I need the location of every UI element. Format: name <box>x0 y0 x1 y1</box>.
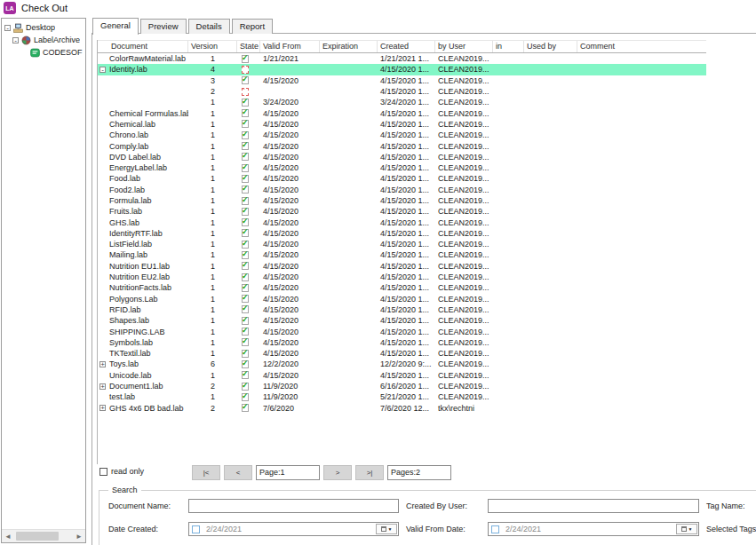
table-row[interactable]: Food.lab 1 4/15/2020 4/15/2020 1... CLEA… <box>98 173 706 184</box>
table-row[interactable]: Nutrition EU1.lab 1 4/15/2020 4/15/2020 … <box>98 261 706 272</box>
tree-item-desktop[interactable]: - Desktop <box>2 21 85 34</box>
state-approved-icon <box>242 142 249 150</box>
table-row[interactable]: Comply.lab 1 4/15/2020 4/15/2020 1... CL… <box>98 140 706 151</box>
column-header-valid-from[interactable]: Valid From <box>260 41 320 52</box>
read-only-checkbox[interactable] <box>99 468 107 476</box>
table-row[interactable]: + Document1.lab 2 11/9/2020 6/16/2020 1.… <box>98 381 706 391</box>
table-row[interactable]: Chemical.lab 1 4/15/2020 4/15/2020 1... … <box>98 119 706 130</box>
table-row[interactable]: Nutrition EU2.lab 1 4/15/2020 4/15/2020 … <box>98 272 706 282</box>
created-by-user-input[interactable] <box>488 499 699 513</box>
table-row[interactable]: ColorRawMaterial.lab 1 1/21/2021 1/21/20… <box>98 53 706 64</box>
column-header-state[interactable]: State <box>237 41 260 52</box>
table-row[interactable]: ListField.lab 1 4/15/2020 4/15/2020 1...… <box>98 239 706 249</box>
by-user-cell: CLEAN2019... <box>435 262 493 271</box>
table-row[interactable]: TKTextil.lab 1 4/15/2020 4/15/2020 1... … <box>98 348 706 359</box>
table-row[interactable]: 1 3/24/2020 3/24/2020 1... CLEAN2019... <box>98 97 706 107</box>
table-row[interactable]: Polygons.Lab 1 4/15/2020 4/15/2020 1... … <box>98 294 706 304</box>
state-approved-icon <box>242 164 249 172</box>
document-name: Chemical.lab <box>109 120 155 129</box>
table-row[interactable]: SHIPPING.LAB 1 4/15/2020 4/15/2020 1... … <box>98 326 706 336</box>
tree-item-labelarchive[interactable]: - LabelArchive <box>2 34 85 46</box>
by-user-cell: CLEAN2019... <box>435 359 493 368</box>
column-header-by-user[interactable]: by User <box>435 41 493 52</box>
table-row[interactable]: EnergyLabel.lab 1 4/15/2020 4/15/2020 1.… <box>98 162 706 173</box>
tree-horizontal-scrollbar[interactable]: ◄ ► <box>2 529 85 542</box>
table-row[interactable]: Chemical Formulas.lab 1 4/15/2020 4/15/2… <box>98 107 706 118</box>
document-name: TKTextil.lab <box>109 349 151 358</box>
codesoft-document-icon <box>30 48 40 58</box>
column-header-in[interactable]: in <box>493 41 524 52</box>
table-row[interactable]: Food2.lab 1 4/15/2020 4/15/2020 1... CLE… <box>98 185 706 195</box>
table-row[interactable]: Chrono.lab 1 4/15/2020 4/15/2020 1... CL… <box>98 130 706 140</box>
table-row[interactable]: Mailing.lab 1 4/15/2020 4/15/2020 1... C… <box>98 249 706 260</box>
page-number-field[interactable]: Page:1 <box>256 465 320 480</box>
state-cell <box>237 317 260 325</box>
valid-from-cell: 4/15/2020 <box>260 174 320 183</box>
tree-item-codesoft[interactable]: CODESOF <box>2 46 85 59</box>
expand-icon[interactable]: + <box>99 383 106 390</box>
date-created-checkbox[interactable] <box>192 525 200 533</box>
scroll-left-icon[interactable]: ◄ <box>2 533 14 541</box>
document-cell: - Identity.lab <box>98 65 188 74</box>
table-row[interactable]: IdentityRTF.lab 1 4/15/2020 4/15/2020 1.… <box>98 228 706 239</box>
state-approved-icon <box>242 295 249 303</box>
collapse-icon[interactable]: - <box>12 37 19 43</box>
table-row[interactable]: Symbols.lab 1 4/15/2020 4/15/2020 1... C… <box>98 337 706 348</box>
document-cell <box>98 89 188 95</box>
version-cell: 1 <box>188 229 237 238</box>
tab-details[interactable]: Details <box>188 19 230 34</box>
column-header-version[interactable]: Version <box>188 41 237 52</box>
document-cell <box>98 99 188 106</box>
table-row[interactable]: + GHS 4x6 DB bad.lab 2 7/6/2020 7/6/2020… <box>98 403 706 414</box>
column-header-expiration[interactable]: Expiration <box>320 41 378 52</box>
table-row[interactable]: NutritionFacts.lab 1 4/15/2020 4/15/2020… <box>98 282 706 293</box>
table-row[interactable]: 3 4/15/2020 4/15/2020 1... CLEAN2019... <box>98 75 706 86</box>
state-cell <box>237 142 260 150</box>
pages-total-field[interactable]: Pages:2 <box>387 465 451 480</box>
column-header-document[interactable]: Document <box>98 41 188 52</box>
table-row[interactable]: 2 4/15/2020 1... CLEAN2019... <box>98 86 706 97</box>
tab-report[interactable]: Report <box>232 19 274 34</box>
table-row[interactable]: Formula.lab 1 4/15/2020 4/15/2020 1... C… <box>98 195 706 206</box>
state-cell <box>237 164 260 172</box>
tab-general[interactable]: General <box>92 18 139 35</box>
valid-from-date-picker[interactable]: 2/24/2021 ▼ <box>488 522 699 536</box>
chevron-down-icon: ▼ <box>688 527 693 532</box>
table-row[interactable]: GHS.lab 1 4/15/2020 4/15/2020 1... CLEAN… <box>98 217 706 227</box>
valid-from-checkbox[interactable] <box>491 525 499 533</box>
table-row[interactable]: DVD Label.lab 1 4/15/2020 4/15/2020 1...… <box>98 152 706 162</box>
document-cell: Mailing.lab <box>98 250 188 259</box>
date-created-picker[interactable]: 2/24/2021 ▼ <box>188 522 399 536</box>
state-approved-icon <box>242 241 249 249</box>
valid-from-dropdown-button[interactable]: ▼ <box>676 524 697 534</box>
by-user-cell: CLEAN2019... <box>435 283 493 292</box>
column-header-used-by[interactable]: Used by <box>524 41 577 52</box>
valid-from-cell: 4/15/2020 <box>260 295 320 304</box>
tab-preview[interactable]: Preview <box>140 19 187 34</box>
next-page-button[interactable]: > <box>323 465 352 480</box>
expand-icon[interactable]: + <box>99 361 106 367</box>
collapse-icon[interactable]: - <box>99 67 106 73</box>
table-row[interactable]: - Identity.lab 4 4/15/2020 1... CLEAN201… <box>98 64 706 75</box>
last-page-button[interactable]: >| <box>355 465 384 480</box>
table-row[interactable]: Fruits.lab 1 4/15/2020 4/15/2020 1... CL… <box>98 206 706 217</box>
table-row[interactable]: + Toys.lab 6 12/2/2020 12/2/2020 9:... C… <box>98 359 706 369</box>
valid-from-cell: 4/15/2020 <box>260 262 320 271</box>
table-row[interactable]: Shapes.lab 1 4/15/2020 4/15/2020 1... CL… <box>98 315 706 326</box>
version-cell: 1 <box>188 153 237 162</box>
collapse-icon[interactable]: - <box>4 25 11 31</box>
table-row[interactable]: RFID.lab 1 4/15/2020 4/15/2020 1... CLEA… <box>98 304 706 315</box>
scrollbar-thumb[interactable] <box>16 532 59 541</box>
column-header-created[interactable]: Created <box>378 41 435 52</box>
scroll-right-icon[interactable]: ► <box>73 533 85 541</box>
state-draft-icon <box>242 66 249 74</box>
table-row[interactable]: test.lab 1 11/9/2020 5/21/2020 1... CLEA… <box>98 391 706 402</box>
column-header-comment[interactable]: Comment <box>577 41 703 52</box>
expand-icon[interactable]: + <box>99 405 106 411</box>
first-page-button[interactable]: |< <box>192 465 220 480</box>
valid-from-cell: 7/6/2020 <box>260 404 320 413</box>
table-row[interactable]: Unicode.lab 1 4/15/2020 4/15/2020 1... C… <box>98 370 706 381</box>
date-created-dropdown-button[interactable]: ▼ <box>376 524 397 534</box>
prev-page-button[interactable]: < <box>224 465 252 480</box>
document-name-input[interactable] <box>188 499 399 513</box>
